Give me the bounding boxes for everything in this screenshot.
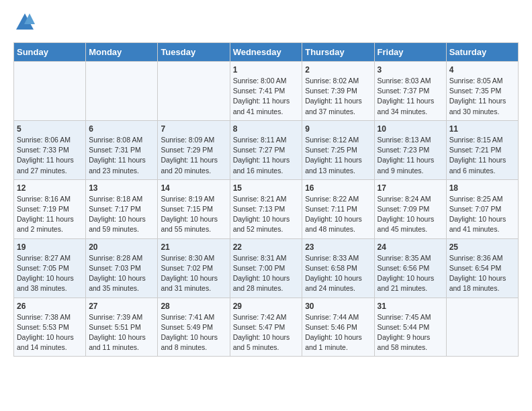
day-of-week-header: Saturday (446, 43, 518, 62)
calendar-cell: 25Sunrise: 8:36 AM Sunset: 6:54 PM Dayli… (446, 238, 518, 298)
calendar-cell: 30Sunrise: 7:44 AM Sunset: 5:46 PM Dayli… (302, 298, 374, 357)
day-number: 30 (305, 302, 371, 311)
day-number: 1 (233, 65, 300, 75)
day-info: Sunrise: 8:33 AM Sunset: 6:58 PM Dayligh… (305, 253, 371, 294)
day-number: 15 (233, 183, 300, 193)
day-number: 13 (89, 183, 154, 193)
day-number: 29 (233, 302, 300, 311)
calendar-cell: 20Sunrise: 8:28 AM Sunset: 7:03 PM Dayli… (86, 238, 158, 298)
day-info: Sunrise: 8:02 AM Sunset: 7:39 PM Dayligh… (305, 76, 371, 117)
day-number: 11 (449, 124, 515, 134)
calendar-cell (86, 62, 158, 121)
calendar-cell: 19Sunrise: 8:27 AM Sunset: 7:05 PM Dayli… (14, 238, 86, 298)
day-info: Sunrise: 8:24 AM Sunset: 7:09 PM Dayligh… (378, 194, 443, 235)
day-info: Sunrise: 8:15 AM Sunset: 7:21 PM Dayligh… (449, 135, 515, 176)
calendar-cell: 1Sunrise: 8:00 AM Sunset: 7:41 PM Daylig… (230, 62, 302, 121)
day-number: 14 (161, 183, 226, 193)
calendar-cell: 12Sunrise: 8:16 AM Sunset: 7:19 PM Dayli… (14, 179, 86, 238)
calendar-cell: 13Sunrise: 8:18 AM Sunset: 7:17 PM Dayli… (86, 179, 158, 238)
day-info: Sunrise: 8:16 AM Sunset: 7:19 PM Dayligh… (17, 194, 83, 235)
day-info: Sunrise: 7:42 AM Sunset: 5:47 PM Dayligh… (233, 312, 300, 353)
day-number: 24 (378, 242, 443, 252)
calendar-header-row: SundayMondayTuesdayWednesdayThursdayFrid… (14, 43, 519, 62)
day-number: 3 (378, 65, 443, 75)
day-of-week-header: Thursday (302, 43, 374, 62)
logo-icon (15, 12, 35, 31)
calendar-cell: 2Sunrise: 8:02 AM Sunset: 7:39 PM Daylig… (302, 62, 374, 121)
day-number: 4 (449, 65, 515, 75)
day-number: 22 (233, 242, 300, 252)
day-info: Sunrise: 8:12 AM Sunset: 7:25 PM Dayligh… (305, 135, 371, 176)
day-number: 16 (305, 183, 371, 193)
day-number: 26 (17, 302, 83, 311)
calendar-cell (446, 298, 518, 357)
calendar-cell: 9Sunrise: 8:12 AM Sunset: 7:25 PM Daylig… (302, 120, 374, 179)
day-number: 28 (161, 302, 226, 311)
day-of-week-header: Sunday (14, 43, 86, 62)
day-info: Sunrise: 7:44 AM Sunset: 5:46 PM Dayligh… (305, 312, 371, 353)
day-info: Sunrise: 8:19 AM Sunset: 7:15 PM Dayligh… (161, 194, 226, 235)
day-info: Sunrise: 8:21 AM Sunset: 7:13 PM Dayligh… (233, 194, 300, 235)
day-of-week-header: Monday (86, 43, 158, 62)
page-header (13, 13, 519, 36)
day-info: Sunrise: 8:27 AM Sunset: 7:05 PM Dayligh… (17, 253, 83, 294)
day-info: Sunrise: 8:09 AM Sunset: 7:29 PM Dayligh… (161, 135, 226, 176)
day-info: Sunrise: 7:41 AM Sunset: 5:49 PM Dayligh… (161, 312, 226, 353)
calendar-cell: 6Sunrise: 8:08 AM Sunset: 7:31 PM Daylig… (86, 120, 158, 179)
day-of-week-header: Wednesday (230, 43, 302, 62)
day-info: Sunrise: 8:30 AM Sunset: 7:02 PM Dayligh… (161, 253, 226, 294)
day-number: 8 (233, 124, 300, 134)
day-info: Sunrise: 8:36 AM Sunset: 6:54 PM Dayligh… (449, 253, 515, 294)
calendar-cell: 10Sunrise: 8:13 AM Sunset: 7:23 PM Dayli… (374, 120, 446, 179)
day-of-week-header: Friday (374, 43, 446, 62)
day-info: Sunrise: 8:05 AM Sunset: 7:35 PM Dayligh… (449, 76, 515, 117)
calendar-cell: 16Sunrise: 8:22 AM Sunset: 7:11 PM Dayli… (302, 179, 374, 238)
day-info: Sunrise: 8:25 AM Sunset: 7:07 PM Dayligh… (449, 194, 515, 235)
calendar-week-row: 5Sunrise: 8:06 AM Sunset: 7:33 PM Daylig… (14, 120, 519, 179)
calendar-cell: 27Sunrise: 7:39 AM Sunset: 5:51 PM Dayli… (86, 298, 158, 357)
calendar-cell: 5Sunrise: 8:06 AM Sunset: 7:33 PM Daylig… (14, 120, 86, 179)
calendar-cell: 28Sunrise: 7:41 AM Sunset: 5:49 PM Dayli… (158, 298, 230, 357)
calendar-cell: 23Sunrise: 8:33 AM Sunset: 6:58 PM Dayli… (302, 238, 374, 298)
day-info: Sunrise: 7:39 AM Sunset: 5:51 PM Dayligh… (89, 312, 154, 353)
day-number: 6 (89, 124, 154, 134)
day-number: 10 (378, 124, 443, 134)
calendar-week-row: 26Sunrise: 7:38 AM Sunset: 5:53 PM Dayli… (14, 298, 519, 357)
day-info: Sunrise: 8:31 AM Sunset: 7:00 PM Dayligh… (233, 253, 300, 294)
day-number: 19 (17, 242, 83, 252)
calendar-cell: 4Sunrise: 8:05 AM Sunset: 7:35 PM Daylig… (446, 62, 518, 121)
calendar-cell: 26Sunrise: 7:38 AM Sunset: 5:53 PM Dayli… (14, 298, 86, 357)
calendar-table: SundayMondayTuesdayWednesdayThursdayFrid… (13, 42, 519, 357)
calendar-cell: 31Sunrise: 7:45 AM Sunset: 5:44 PM Dayli… (374, 298, 446, 357)
day-info: Sunrise: 8:35 AM Sunset: 6:56 PM Dayligh… (378, 253, 443, 294)
day-info: Sunrise: 8:08 AM Sunset: 7:31 PM Dayligh… (89, 135, 154, 176)
calendar-cell: 8Sunrise: 8:11 AM Sunset: 7:27 PM Daylig… (230, 120, 302, 179)
calendar-cell: 22Sunrise: 8:31 AM Sunset: 7:00 PM Dayli… (230, 238, 302, 298)
day-info: Sunrise: 7:45 AM Sunset: 5:44 PM Dayligh… (378, 312, 443, 353)
day-info: Sunrise: 7:38 AM Sunset: 5:53 PM Dayligh… (17, 312, 83, 353)
day-number: 20 (89, 242, 154, 252)
day-number: 27 (89, 302, 154, 311)
day-of-week-header: Tuesday (158, 43, 230, 62)
calendar-cell (14, 62, 86, 121)
calendar-cell: 21Sunrise: 8:30 AM Sunset: 7:02 PM Dayli… (158, 238, 230, 298)
day-number: 2 (305, 65, 371, 75)
day-number: 31 (378, 302, 443, 311)
day-number: 25 (449, 242, 515, 252)
day-number: 17 (378, 183, 443, 193)
day-info: Sunrise: 8:00 AM Sunset: 7:41 PM Dayligh… (233, 76, 300, 117)
day-number: 7 (161, 124, 226, 134)
calendar-cell: 14Sunrise: 8:19 AM Sunset: 7:15 PM Dayli… (158, 179, 230, 238)
day-info: Sunrise: 8:03 AM Sunset: 7:37 PM Dayligh… (378, 76, 443, 117)
day-number: 5 (17, 124, 83, 134)
calendar-cell: 11Sunrise: 8:15 AM Sunset: 7:21 PM Dayli… (446, 120, 518, 179)
calendar-cell: 15Sunrise: 8:21 AM Sunset: 7:13 PM Dayli… (230, 179, 302, 238)
calendar-cell: 7Sunrise: 8:09 AM Sunset: 7:29 PM Daylig… (158, 120, 230, 179)
calendar-week-row: 19Sunrise: 8:27 AM Sunset: 7:05 PM Dayli… (14, 238, 519, 298)
logo (13, 13, 35, 36)
day-info: Sunrise: 8:18 AM Sunset: 7:17 PM Dayligh… (89, 194, 154, 235)
calendar-cell: 3Sunrise: 8:03 AM Sunset: 7:37 PM Daylig… (374, 62, 446, 121)
day-info: Sunrise: 8:28 AM Sunset: 7:03 PM Dayligh… (89, 253, 154, 294)
day-number: 12 (17, 183, 83, 193)
calendar-cell: 18Sunrise: 8:25 AM Sunset: 7:07 PM Dayli… (446, 179, 518, 238)
